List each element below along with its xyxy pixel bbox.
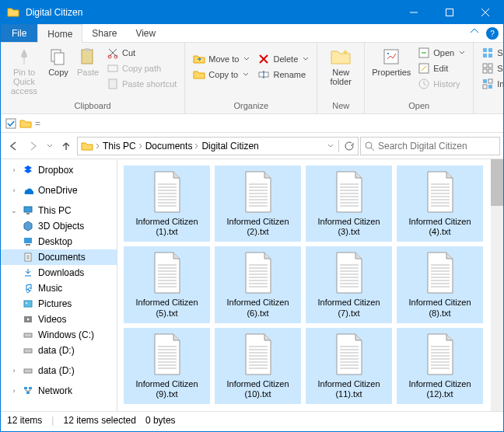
properties-button[interactable]: Properties <box>369 44 413 77</box>
textfile-icon <box>331 251 368 294</box>
search-input[interactable] <box>378 141 496 152</box>
file-item[interactable]: Informed Citizen (4).txt <box>397 165 483 242</box>
nav-onedrive[interactable]: ›OneDrive <box>1 183 117 198</box>
share-tab[interactable]: Share <box>82 24 126 42</box>
view-tab[interactable]: View <box>126 24 165 42</box>
svg-rect-0 <box>446 9 453 16</box>
organize-label: Organize <box>190 101 312 112</box>
textfile-icon <box>240 251 277 294</box>
select-all-button[interactable]: Select all <box>478 46 504 60</box>
search-icon <box>364 141 375 152</box>
history-button[interactable]: History <box>415 77 468 91</box>
search-box[interactable] <box>360 137 500 155</box>
crumb-current[interactable]: Digital Citizen <box>201 141 258 152</box>
file-item[interactable]: Informed Citizen (3).txt <box>306 165 392 242</box>
nav-windowsc[interactable]: Windows (C:) <box>1 327 117 343</box>
videos-icon <box>23 314 33 325</box>
nav-pictures[interactable]: Pictures <box>1 296 117 312</box>
documents-icon <box>23 252 33 263</box>
rename-button[interactable]: Rename <box>254 68 312 82</box>
nav-3dobjects[interactable]: 3D Objects <box>1 218 117 234</box>
pin-quick-access-button[interactable]: Pin to Quick access <box>5 44 43 96</box>
file-item[interactable]: Informed Citizen (7).txt <box>306 246 392 322</box>
nav-documents[interactable]: Documents <box>1 249 117 265</box>
window-title: Digital Citizen <box>26 7 396 18</box>
minimize-button[interactable] <box>396 1 432 24</box>
nav-network[interactable]: ›Network <box>1 383 117 399</box>
file-tab[interactable]: File <box>1 24 37 42</box>
invert-selection-button[interactable]: Invert selection <box>478 77 504 91</box>
crumb-thispc[interactable]: This PC <box>103 141 136 152</box>
paste-button[interactable]: Paste <box>74 44 102 77</box>
file-item[interactable]: Informed Citizen (1).txt <box>124 165 210 242</box>
checkbox-icon[interactable] <box>5 118 16 129</box>
nav-desktop[interactable]: Desktop <box>1 234 117 249</box>
organize-group: Move to Copy to Delete Rename <box>185 43 317 113</box>
svg-rect-2 <box>54 53 64 64</box>
chevron-down-icon[interactable] <box>327 143 334 149</box>
music-icon <box>23 283 33 294</box>
breadcrumb-bar[interactable]: This PC Documents Digital Citizen <box>77 137 359 155</box>
collapse-ribbon-button[interactable] <box>466 24 483 42</box>
file-item[interactable]: Informed Citizen (9).txt <box>124 328 210 404</box>
svg-rect-23 <box>483 79 487 83</box>
nav-datad[interactable]: data (D:) <box>1 343 117 358</box>
delete-button[interactable]: Delete <box>254 52 312 66</box>
svg-rect-21 <box>483 69 487 73</box>
pin-icon <box>15 47 33 66</box>
recent-button[interactable] <box>44 137 55 155</box>
back-button[interactable] <box>4 137 23 155</box>
scrollbar-thumb[interactable] <box>491 159 503 206</box>
move-to-button[interactable]: Move to <box>190 52 253 66</box>
edit-button[interactable]: Edit <box>415 61 468 75</box>
up-button[interactable] <box>57 137 75 155</box>
delete-icon <box>257 53 270 65</box>
home-tab[interactable]: Home <box>37 24 82 43</box>
nav-datad2[interactable]: ›data (D:) <box>1 363 117 378</box>
select-all-icon <box>481 47 494 59</box>
file-item[interactable]: Informed Citizen (8).txt <box>397 246 483 322</box>
file-item[interactable]: Informed Citizen (10).txt <box>215 328 301 404</box>
file-label: Informed Citizen (9).txt <box>125 379 208 399</box>
paste-shortcut-button[interactable]: Paste shortcut <box>103 77 180 91</box>
copy-to-button[interactable]: Copy to <box>190 68 253 82</box>
file-item[interactable]: Informed Citizen (6).txt <box>215 246 301 322</box>
scissors-icon <box>107 47 119 59</box>
file-item[interactable]: Informed Citizen (2).txt <box>215 165 301 242</box>
maximize-button[interactable] <box>432 1 467 24</box>
refresh-icon[interactable] <box>344 141 355 152</box>
file-item[interactable]: Informed Citizen (11).txt <box>306 328 392 404</box>
new-folder-button[interactable]: New folder <box>322 44 359 86</box>
folder-icon[interactable] <box>19 118 32 129</box>
file-item[interactable]: Informed Citizen (5).txt <box>124 246 210 322</box>
copy-path-icon <box>107 62 119 75</box>
file-pane[interactable]: Informed Citizen (1).txtInformed Citizen… <box>117 159 503 411</box>
crumb-documents[interactable]: Documents <box>145 141 193 152</box>
nav-downloads[interactable]: Downloads <box>1 265 117 280</box>
help-button[interactable]: ? <box>486 27 499 40</box>
open-button[interactable]: Open <box>415 46 468 60</box>
nav-videos[interactable]: Videos <box>1 312 117 327</box>
svg-rect-26 <box>488 85 492 89</box>
edit-icon <box>418 62 430 75</box>
history-icon <box>418 78 430 90</box>
copy-path-button[interactable]: Copy path <box>103 61 180 75</box>
nav-dropbox[interactable]: ›Dropbox <box>1 162 117 178</box>
forward-button[interactable] <box>24 137 43 155</box>
svg-rect-18 <box>488 54 492 57</box>
svg-rect-31 <box>24 238 32 243</box>
svg-rect-15 <box>483 48 487 52</box>
cut-button[interactable]: Cut <box>103 46 180 60</box>
file-label: Informed Citizen (1).txt <box>125 217 208 237</box>
nav-thispc[interactable]: ⌄This PC <box>1 203 117 218</box>
properties-icon <box>382 47 401 66</box>
select-none-button[interactable]: Select none <box>478 61 504 75</box>
copy-button[interactable]: Copy <box>44 44 72 77</box>
close-button[interactable] <box>467 1 503 24</box>
new-label: New <box>322 101 359 112</box>
invert-icon <box>481 78 494 90</box>
nav-music[interactable]: Music <box>1 280 117 296</box>
svg-rect-17 <box>483 54 487 57</box>
status-size: 0 bytes <box>145 415 176 426</box>
file-item[interactable]: Informed Citizen (12).txt <box>397 328 483 404</box>
